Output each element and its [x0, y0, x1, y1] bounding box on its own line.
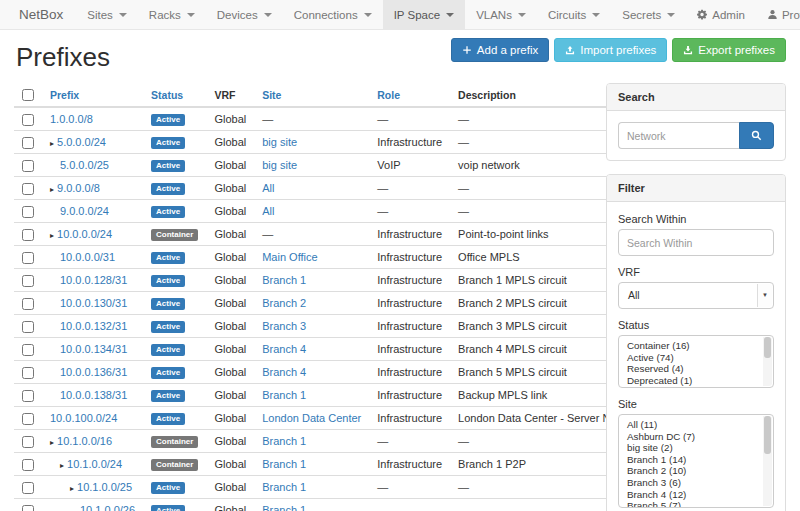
row-checkbox[interactable]: [22, 321, 34, 333]
nav-item-circuits[interactable]: Circuits: [537, 0, 611, 29]
vrf-select[interactable]: All▼: [618, 282, 774, 309]
sort-link[interactable]: Role: [377, 89, 400, 101]
row-checkbox[interactable]: [22, 275, 34, 287]
status-badge: Active: [151, 183, 185, 195]
prefix-link[interactable]: 10.0.0.0/31: [60, 251, 115, 263]
site-link[interactable]: Branch 1: [262, 504, 306, 511]
site-link[interactable]: Branch 1: [262, 274, 306, 286]
add-a-prefix-button[interactable]: Add a prefix: [451, 38, 549, 62]
row-checkbox[interactable]: [22, 160, 34, 172]
prefix-link[interactable]: 5.0.0.0/24: [57, 136, 106, 148]
table-row: 10.0.0.136/31ActiveGlobalBranch 4Infrast…: [14, 361, 651, 384]
app-brand[interactable]: NetBox: [6, 0, 76, 29]
column-header-role: Role: [369, 83, 450, 107]
row-checkbox[interactable]: [22, 482, 34, 494]
prefix-link[interactable]: 10.0.0.138/31: [60, 389, 127, 401]
nav-item-ip-space[interactable]: IP Space: [383, 0, 465, 29]
nav-item-vlans[interactable]: VLANs: [465, 0, 537, 29]
listbox-option[interactable]: All (11): [627, 419, 759, 431]
row-checkbox[interactable]: [22, 459, 34, 471]
prefix-link[interactable]: 10.1.0.0/26: [80, 504, 135, 511]
listbox-option[interactable]: Reserved (4): [627, 363, 759, 375]
site-link[interactable]: big site: [262, 159, 297, 171]
row-checkbox[interactable]: [22, 413, 34, 425]
row-checkbox[interactable]: [22, 137, 34, 149]
site-link[interactable]: Branch 1: [262, 389, 306, 401]
select-all-checkbox[interactable]: [22, 89, 34, 101]
prefix-link[interactable]: 10.1.0.0/25: [77, 481, 132, 493]
import-prefixes-button[interactable]: Import prefixes: [554, 38, 667, 62]
prefix-link[interactable]: 10.0.0.132/31: [60, 320, 127, 332]
nav-item-devices[interactable]: Devices: [206, 0, 283, 29]
prefix-link[interactable]: 10.0.0.0/24: [57, 228, 112, 240]
row-checkbox[interactable]: [22, 229, 34, 241]
prefix-link[interactable]: 9.0.0.0/24: [60, 205, 109, 217]
row-checkbox[interactable]: [22, 252, 34, 264]
prefix-link[interactable]: 10.1.0.0/16: [57, 435, 112, 447]
site-link[interactable]: Branch 2: [262, 297, 306, 309]
listbox-option[interactable]: Branch 3 (6): [627, 477, 759, 489]
nav-item-connections[interactable]: Connections: [283, 0, 383, 29]
row-checkbox[interactable]: [22, 436, 34, 448]
listbox-option[interactable]: Container (16): [627, 340, 759, 352]
prefix-link[interactable]: 10.0.0.136/31: [60, 366, 127, 378]
prefix-link[interactable]: 10.0.0.134/31: [60, 343, 127, 355]
prefix-link[interactable]: 10.0.0.130/31: [60, 297, 127, 309]
site-link[interactable]: Branch 1: [262, 458, 306, 470]
scrollbar-thumb[interactable]: [764, 337, 771, 358]
table-header-row: PrefixStatusVRFSiteRoleDescription: [14, 83, 651, 107]
search-within-input[interactable]: [618, 229, 774, 256]
listbox-option[interactable]: Ashburn DC (7): [627, 431, 759, 443]
row-checkbox[interactable]: [22, 298, 34, 310]
row-checkbox[interactable]: [22, 367, 34, 379]
row-checkbox[interactable]: [22, 183, 34, 195]
search-input[interactable]: [618, 122, 739, 149]
prefix-link[interactable]: 10.1.0.0/24: [67, 458, 122, 470]
row-checkbox[interactable]: [22, 206, 34, 218]
sort-link[interactable]: Status: [151, 89, 183, 101]
scrollbar-thumb[interactable]: [764, 416, 771, 454]
status-listbox[interactable]: Container (16)Active (74)Reserved (4)Dep…: [618, 335, 774, 388]
site-link[interactable]: Branch 3: [262, 320, 306, 332]
listbox-option[interactable]: Active (74): [627, 352, 759, 364]
nav-item-racks[interactable]: Racks: [138, 0, 206, 29]
row-checkbox[interactable]: [22, 505, 34, 511]
listbox-option[interactable]: Branch 5 (7): [627, 500, 759, 508]
listbox-option[interactable]: Deprecated (1): [627, 375, 759, 387]
listbox-option[interactable]: Branch 1 (14): [627, 454, 759, 466]
listbox-option[interactable]: big site (2): [627, 442, 759, 454]
filter-label-search-within: Search Within: [618, 213, 774, 225]
nav-item-label: Connections: [294, 9, 358, 21]
nav-item-sites[interactable]: Sites: [76, 0, 138, 29]
scrollbar[interactable]: [763, 416, 772, 506]
vrf-cell: Global: [206, 131, 254, 154]
site-link[interactable]: All: [262, 205, 274, 217]
site-link[interactable]: big site: [262, 136, 297, 148]
prefix-link[interactable]: 10.0.100.0/24: [50, 412, 117, 424]
site-link[interactable]: Branch 1: [262, 435, 306, 447]
listbox-option[interactable]: Branch 4 (12): [627, 489, 759, 501]
site-link[interactable]: Main Office: [262, 251, 317, 263]
nav-item-secrets[interactable]: Secrets: [611, 0, 686, 29]
nav-item-profile[interactable]: Profile: [756, 0, 800, 29]
row-checkbox[interactable]: [22, 114, 34, 126]
scrollbar[interactable]: [763, 337, 772, 386]
sort-link[interactable]: Site: [262, 89, 281, 101]
search-button[interactable]: [739, 122, 774, 149]
sort-link[interactable]: Prefix: [50, 89, 79, 101]
site-link[interactable]: Branch 4: [262, 343, 306, 355]
prefix-link[interactable]: 1.0.0.0/8: [50, 113, 93, 125]
export-prefixes-button[interactable]: Export prefixes: [672, 38, 786, 62]
row-checkbox[interactable]: [22, 344, 34, 356]
site-listbox[interactable]: All (11)Ashburn DC (7)big site (2)Branch…: [618, 414, 774, 508]
listbox-option[interactable]: Branch 2 (10): [627, 465, 759, 477]
site-link[interactable]: Branch 4: [262, 366, 306, 378]
prefix-link[interactable]: 10.0.0.128/31: [60, 274, 127, 286]
nav-item-admin[interactable]: Admin: [686, 0, 756, 29]
row-checkbox[interactable]: [22, 390, 34, 402]
site-link[interactable]: London Data Center: [262, 412, 361, 424]
site-link[interactable]: All: [262, 182, 274, 194]
site-link[interactable]: Branch 1: [262, 481, 306, 493]
prefix-link[interactable]: 5.0.0.0/25: [60, 159, 109, 171]
prefix-link[interactable]: 9.0.0.0/8: [57, 182, 100, 194]
